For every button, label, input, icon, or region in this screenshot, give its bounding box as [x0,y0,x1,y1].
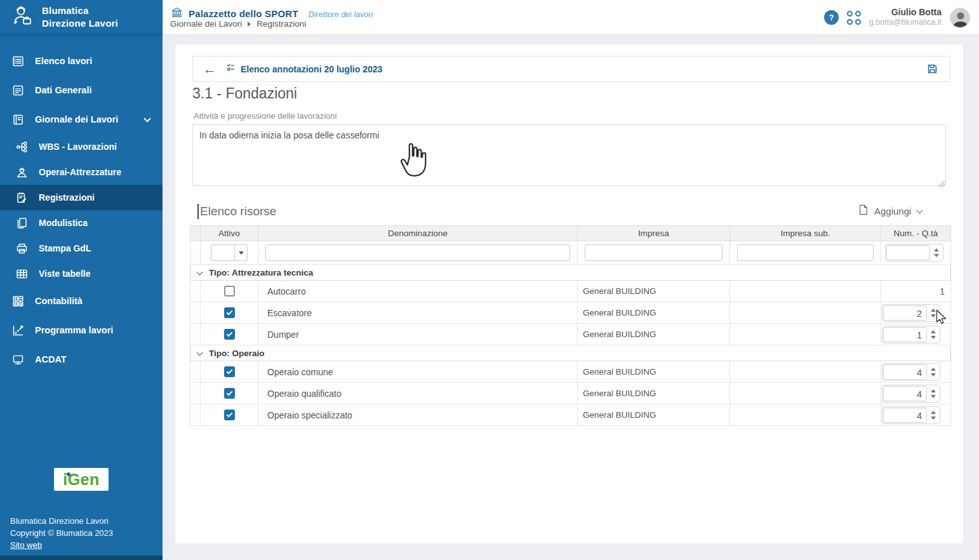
qty-spinner[interactable]: 2 [882,304,940,322]
add-resource-button[interactable]: Aggiungi [858,204,922,218]
spinner-down-icon[interactable] [931,417,936,420]
qty-value[interactable]: 4 [883,386,927,401]
resources-tbody: Tipo: Attrezzatura tecnicaAutocarroGener… [190,241,951,426]
spinner-down-icon [934,254,939,257]
qty-value[interactable]: 4 [883,408,927,423]
help-button[interactable]: ? [824,10,839,25]
checklist-icon [226,63,236,75]
qty-spinner[interactable]: 4 [882,363,940,381]
save-button[interactable] [926,63,938,75]
spinner-up-icon[interactable] [931,330,936,333]
group-label: Tipo: Operaio [209,349,265,358]
forms-icon [14,217,29,230]
check-icon [226,330,232,337]
app-logo: Blumatica Direzione Lavori [0,0,163,34]
active-checkbox[interactable] [224,410,235,420]
resource-subcompany [730,383,881,404]
printer-icon [14,242,29,255]
sidebar-item-giornale-dei-lavori[interactable]: Giornale dei Lavori [0,105,163,134]
list-icon [10,55,25,68]
sidebar-item-operai-attrezzature[interactable]: Operai-Attrezzature [0,159,163,185]
back-arrow-icon[interactable]: ← [203,62,216,76]
col-denominazione: Denominazione [258,226,578,241]
brand-line1: Blumatica [42,4,118,17]
spinner-up-icon[interactable] [931,309,936,312]
qty-spinner[interactable]: 4 [882,385,940,403]
group-collapse-icon[interactable] [197,349,203,356]
spinner-buttons[interactable] [927,327,939,342]
sidebar-item-elenco-lavori[interactable]: Elenco lavori [0,46,163,76]
qty-value[interactable]: 2 [883,305,927,321]
qty-value[interactable]: 4 [883,364,927,380]
sidebar-item-contabilita[interactable]: Contabilità [0,286,163,316]
filter-impresa-sub-input[interactable] [737,244,874,261]
activity-textarea[interactable]: In data odierna inizia la posa delle cas… [192,124,946,186]
spinner-up-icon[interactable] [931,411,936,414]
footer-website-link[interactable]: Sito web [10,540,42,550]
filter-impresa-input[interactable] [585,244,723,261]
spinner-up-icon[interactable] [931,368,936,371]
sidebar-item-label: Elenco lavori [35,56,92,66]
active-checkbox[interactable] [224,307,235,318]
filter-attivo-select[interactable] [211,244,248,261]
sidebar-item-modulistica[interactable]: Modulistica [0,210,163,236]
col-impresa: Impresa [578,226,730,241]
active-checkbox[interactable] [224,366,235,377]
spinner-buttons[interactable] [927,305,939,321]
active-checkbox[interactable] [224,286,235,297]
qty-value[interactable]: 1 [883,327,927,342]
breadcrumb: Giornale dei Lavori Registrazioni [170,19,306,29]
spinner-down-icon[interactable] [931,373,936,377]
sidebar-item-label: WBS - Lavorazioni [39,142,117,152]
monitor-icon [10,353,25,366]
spinner-up-icon[interactable] [931,389,936,392]
chevron-down-icon [917,207,923,213]
sidebar-item-label: Giornale dei Lavori [35,114,118,124]
sidebar-item-acdat[interactable]: ACDAT [0,345,163,374]
sidebar-item-label: Registrazioni [39,192,95,203]
sidebar-item-label: ACDAT [35,354,67,364]
sidebar-item-label: Contabilità [35,296,83,306]
filter-row [190,241,951,265]
project-title: Palazzetto dello SPORT [189,8,298,19]
qty-spinner[interactable]: 1 [882,326,940,343]
sidebar-item-programma-lavori[interactable]: Programma lavori [0,316,163,345]
group-row[interactable]: Tipo: Operaio [190,345,951,361]
active-checkbox[interactable] [224,329,235,340]
active-checkbox[interactable] [224,388,235,399]
sidebar-item-registrazioni[interactable]: Registrazioni [0,185,163,210]
annotation-toolbar: ← Elenco annotazioni 20 luglio 2023 [192,56,950,82]
spinner-down-icon[interactable] [931,314,936,317]
resource-subcompany [730,302,881,324]
check-icon [226,309,232,315]
spinner-down-icon[interactable] [931,395,936,398]
sidebar-item-viste-tabelle[interactable]: Viste tabelle [0,261,163,286]
sidebar-item-label: Dati Generali [35,85,91,95]
breadcrumb-giornale[interactable]: Giornale dei Lavori [170,19,242,29]
activity-label: Attività e progressione delle lavorazion… [194,111,336,121]
qty-spinner[interactable]: 4 [882,406,940,424]
spinner-buttons[interactable] [927,364,939,380]
sidebar-footer: iGen Blumatica Direzione Lavori Copyrigh… [0,468,163,550]
worker-icon [14,166,29,179]
apps-grid-icon[interactable] [847,11,861,25]
avatar[interactable] [950,8,970,28]
filter-denominazione-input[interactable] [265,244,570,261]
sidebar-item-dati-generali[interactable]: Dati Generali [0,76,163,105]
breadcrumb-registrazioni[interactable]: Registrazioni [256,19,306,29]
col-expand [190,226,201,241]
filter-qty-spinner[interactable] [885,244,943,262]
spinner-buttons[interactable] [927,408,939,423]
annotations-list-link[interactable]: Elenco annotazioni 20 luglio 2023 [226,63,382,75]
group-collapse-icon[interactable] [197,269,203,275]
group-row[interactable]: Tipo: Attrezzatura tecnica [190,265,951,281]
sidebar-item-stampa-gdl[interactable]: Stampa GdL [0,236,163,261]
user-email: g.botta@blumatica.it [869,18,942,28]
qty-value: 1 [881,281,951,302]
check-icon [226,368,232,374]
sidebar-item-wbs-lavorazioni[interactable]: WBS - Lavorazioni [0,134,163,159]
page-title: 3.1 - Fondazioni [192,85,297,102]
sidebar-item-label: Operai-Attrezzature [39,167,121,177]
spinner-down-icon[interactable] [931,336,936,339]
spinner-buttons[interactable] [927,386,939,401]
